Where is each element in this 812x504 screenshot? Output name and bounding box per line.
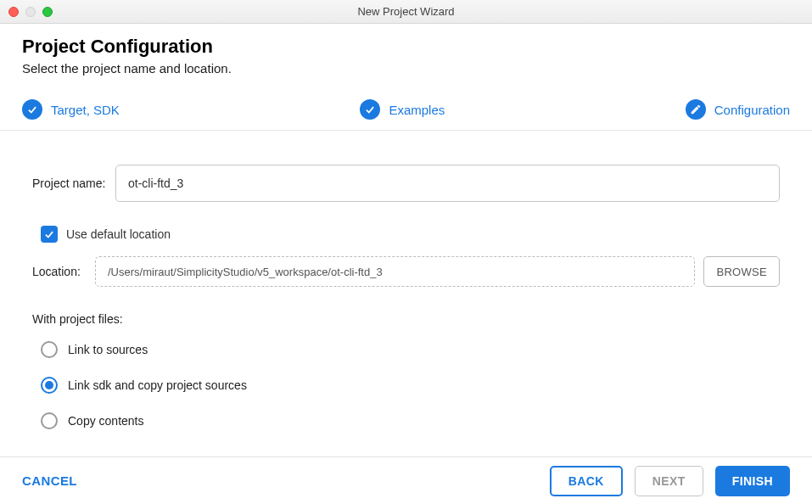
radio-icon	[41, 412, 58, 429]
location-input	[95, 256, 695, 287]
form-content: Project name: Use default location Locat…	[0, 131, 812, 446]
page-header: Project Configuration Select the project…	[0, 24, 812, 91]
project-name-label: Project name:	[32, 176, 115, 190]
project-name-input[interactable]	[115, 165, 780, 202]
wizard-steps: Target, SDK Examples Configuration	[0, 91, 812, 131]
project-files-label: With project files:	[32, 312, 780, 326]
project-name-row: Project name:	[32, 165, 780, 202]
finish-button[interactable]: FINISH	[715, 466, 790, 496]
step-examples[interactable]: Examples	[360, 99, 445, 120]
radio-link-sdk-copy[interactable]: Link sdk and copy project sources	[41, 377, 780, 394]
radio-label: Copy contents	[68, 414, 144, 428]
minimize-window-button[interactable]	[25, 7, 36, 17]
default-location-checkbox[interactable]	[41, 226, 58, 243]
radio-link-sources[interactable]: Link to sources	[41, 341, 780, 358]
close-window-button[interactable]	[8, 7, 19, 17]
cancel-button[interactable]: CANCEL	[22, 473, 77, 488]
window-controls	[8, 7, 53, 17]
footer: CANCEL BACK NEXT FINISH	[0, 456, 812, 504]
page-subtitle: Select the project name and location.	[22, 61, 790, 76]
check-icon	[360, 99, 380, 120]
step-target-sdk[interactable]: Target, SDK	[22, 99, 120, 120]
check-icon	[22, 99, 42, 120]
default-location-label: Use default location	[66, 227, 171, 241]
step-label: Target, SDK	[51, 103, 120, 117]
step-configuration[interactable]: Configuration	[686, 99, 790, 120]
back-button[interactable]: BACK	[550, 466, 623, 496]
radio-label: Link to sources	[68, 343, 148, 356]
step-label: Examples	[389, 103, 445, 117]
default-location-row: Use default location	[41, 226, 780, 243]
page-title: Project Configuration	[22, 36, 790, 58]
project-files-radio-group: Link to sources Link sdk and copy projec…	[41, 341, 780, 429]
radio-copy-contents[interactable]: Copy contents	[41, 412, 780, 429]
titlebar: New Project Wizard	[0, 0, 812, 24]
location-row: Location: BROWSE	[32, 256, 780, 287]
maximize-window-button[interactable]	[42, 7, 53, 17]
radio-label: Link sdk and copy project sources	[68, 378, 247, 392]
location-label: Location:	[32, 265, 87, 278]
radio-icon	[41, 377, 58, 394]
radio-icon	[41, 341, 58, 358]
step-label: Configuration	[714, 103, 790, 117]
next-button: NEXT	[635, 466, 703, 496]
window-title: New Project Wizard	[7, 5, 805, 18]
browse-button[interactable]: BROWSE	[703, 256, 780, 287]
pencil-icon	[686, 99, 706, 120]
